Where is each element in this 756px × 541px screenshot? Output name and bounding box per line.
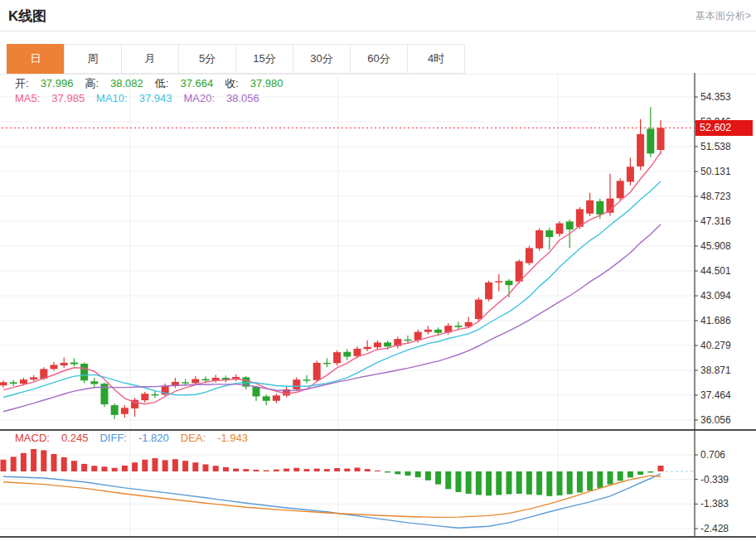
close-value-label: 收: <box>225 77 239 89</box>
ma10-line <box>3 181 661 397</box>
ma20-value-label: MA20: <box>183 92 215 104</box>
diff-value-label: DIFF: <box>99 432 127 444</box>
low-value-number: 37.664 <box>180 77 213 89</box>
svg-text:47.316: 47.316 <box>700 215 731 227</box>
svg-text:-0.339: -0.339 <box>700 474 729 485</box>
ma10-value-label: MA10: <box>96 92 128 104</box>
open-value: 开:37.996 <box>15 77 73 89</box>
close-value: 收:37.980 <box>225 77 283 89</box>
svg-text:38.871: 38.871 <box>700 365 731 376</box>
kline-chart-area[interactable]: 54.35352.94651.53850.13148.72347.31645.9… <box>0 73 756 541</box>
tab-week[interactable]: 周 <box>64 44 122 74</box>
dea-value-label: DEA: <box>181 432 206 444</box>
diff-value-number: -1.820 <box>138 432 169 444</box>
ma5-value-number: 37.985 <box>51 92 85 104</box>
svg-text:51.538: 51.538 <box>700 141 731 152</box>
high-value-number: 38.082 <box>110 77 143 89</box>
open-value-number: 37.996 <box>41 77 74 89</box>
dea-value-number: -1.943 <box>217 432 248 444</box>
svg-text:45.908: 45.908 <box>700 240 731 252</box>
svg-text:41.686: 41.686 <box>700 315 731 326</box>
high-value-label: 高: <box>85 77 99 89</box>
low-value-label: 低: <box>155 77 169 89</box>
ma20-value: MA20:38.056 <box>183 92 259 104</box>
svg-text:40.279: 40.279 <box>700 340 731 351</box>
svg-text:54.353: 54.353 <box>700 91 731 103</box>
ma5-line <box>3 152 661 404</box>
high-value: 高:38.082 <box>85 77 143 89</box>
kline-chart-canvas[interactable]: 54.35352.94651.53850.13148.72347.31645.9… <box>0 73 756 541</box>
tab-5min[interactable]: 5分 <box>178 44 236 74</box>
tab-15min[interactable]: 15分 <box>235 44 293 74</box>
tab-60min[interactable]: 60分 <box>350 44 408 74</box>
macd-histogram <box>1 449 664 496</box>
ma5-value: MA5:37.985 <box>15 92 85 104</box>
svg-text:43.094: 43.094 <box>700 290 731 302</box>
header-divider <box>0 31 756 31</box>
current-price-label: 52.602 <box>695 120 753 136</box>
open-value-label: 开: <box>15 77 29 89</box>
page-title: K线图 <box>8 7 46 26</box>
macd-value-number: 0.245 <box>61 432 89 444</box>
tab-day[interactable]: 日 <box>7 44 65 74</box>
svg-text:37.464: 37.464 <box>700 389 731 401</box>
svg-text:50.131: 50.131 <box>700 166 731 177</box>
fundamental-analysis-link[interactable]: 基本面分析> <box>695 9 751 23</box>
tab-month[interactable]: 月 <box>121 44 179 74</box>
low-value: 低:37.664 <box>155 77 213 89</box>
ma10-value: MA10:37.943 <box>96 92 172 104</box>
svg-text:-1.383: -1.383 <box>700 498 729 510</box>
ma20-line <box>3 225 661 412</box>
ma5-value-label: MA5: <box>15 92 40 104</box>
macd-value-label: MACD: <box>15 432 50 444</box>
macd-legend: MACD:0.245DIFF:-1.820DEA:-1.943 <box>15 432 259 444</box>
axis-tick-labels: 54.35352.94651.53850.13148.72347.31645.9… <box>695 91 731 534</box>
svg-text:44.501: 44.501 <box>700 265 731 277</box>
tab-30min[interactable]: 30分 <box>293 44 351 74</box>
dea-value: DEA:-1.943 <box>181 432 248 444</box>
close-value-number: 37.980 <box>250 77 284 89</box>
tab-4hour[interactable]: 4时 <box>407 44 465 74</box>
ma-legend: MA5:37.985MA10:37.943MA20:38.056 <box>15 92 271 104</box>
svg-text:-2.428: -2.428 <box>700 523 729 534</box>
svg-text:36.056: 36.056 <box>700 414 731 426</box>
macd-value: MACD:0.245 <box>15 432 88 444</box>
diff-value: DIFF:-1.820 <box>99 432 168 444</box>
svg-text:0.706: 0.706 <box>700 449 725 461</box>
svg-text:48.723: 48.723 <box>700 191 731 202</box>
ma20-value-number: 38.056 <box>226 92 259 104</box>
interval-tabbar: 日周月5分15分30分60分4时 <box>7 44 465 74</box>
ohlc-legend: 开:37.996高:38.082低:37.664收:37.980 <box>15 76 295 91</box>
ma10-value-number: 37.943 <box>139 92 172 104</box>
